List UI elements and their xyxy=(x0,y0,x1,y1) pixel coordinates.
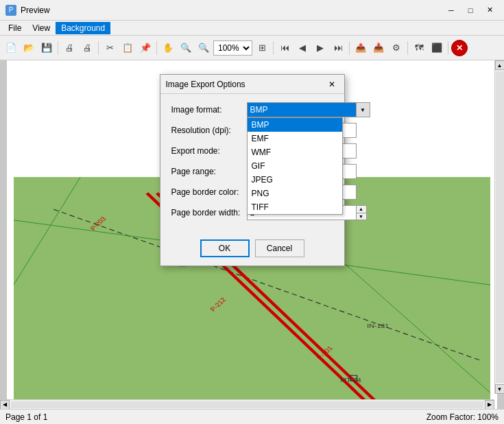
sep4 xyxy=(273,41,274,55)
format-option-png[interactable]: PNG xyxy=(248,187,342,200)
new-button[interactable]: 📄 xyxy=(3,40,19,56)
sep6 xyxy=(407,41,408,55)
cancel-button[interactable]: Cancel xyxy=(255,239,304,257)
title-bar-left: P Preview xyxy=(5,5,50,16)
save-button[interactable]: 💾 xyxy=(38,40,55,56)
map-button[interactable]: 🗺 xyxy=(411,40,427,56)
copy-button[interactable]: 📋 xyxy=(119,40,136,56)
sep2 xyxy=(98,41,99,55)
dialog-body: Image format: ▼ BMP EMF WMF GIF JPEG PNG xyxy=(160,94,344,234)
image-format-input[interactable] xyxy=(247,102,357,117)
image-format-arrow[interactable]: ▼ xyxy=(357,102,370,117)
dialog-footer: OK Cancel xyxy=(160,234,344,266)
paste-button[interactable]: 📌 xyxy=(137,40,154,56)
page-border-color-label: Page border color: xyxy=(171,187,247,197)
sep3 xyxy=(156,41,157,55)
export-mode-label: Export mode: xyxy=(171,146,247,156)
main-area: P-203 P-212 P-201 IN-131 MT-74 IN-134 Sc… xyxy=(0,60,504,409)
spinner-up-button[interactable]: ▲ xyxy=(357,206,366,213)
image-format-row: Image format: ▼ BMP EMF WMF GIF JPEG PNG xyxy=(171,102,333,117)
page-info: Page 1 of 1 xyxy=(5,412,47,422)
dialog-close-button[interactable]: ✕ xyxy=(325,78,339,91)
maximize-button[interactable]: □ xyxy=(461,3,479,17)
format-option-emf[interactable]: EMF xyxy=(248,132,342,145)
resolution-label: Resolution (dpi): xyxy=(171,126,247,135)
print2-button[interactable]: 🖨 xyxy=(79,40,95,56)
toolbar: 📄 📂 💾 🖨 🖨 ✂ 📋 📌 ✋ 🔍 🔍 100% 50% 150% 200%… xyxy=(0,36,504,60)
menu-bar: File View Background xyxy=(0,21,504,36)
sep7 xyxy=(448,41,448,55)
title-bar: P Preview ─ □ ✕ xyxy=(0,0,504,21)
modal-overlay: Image Export Options ✕ Image format: ▼ B… xyxy=(0,60,504,409)
export-button[interactable]: 📤 xyxy=(352,40,369,56)
nav-next[interactable]: ▶ xyxy=(312,40,328,56)
zoom-in-button[interactable]: 🔍 xyxy=(178,40,194,56)
nav-last[interactable]: ⏭ xyxy=(330,40,346,56)
menu-view[interactable]: View xyxy=(27,22,56,34)
open-button[interactable]: 📂 xyxy=(21,40,37,56)
sep5 xyxy=(349,41,350,55)
menu-background[interactable]: Background xyxy=(56,22,110,34)
zoom-select[interactable]: 100% 50% 150% 200% xyxy=(213,40,252,56)
import-button[interactable]: 📥 xyxy=(370,40,387,56)
zoom-out-button[interactable]: 🔍 xyxy=(195,40,212,56)
dialog-title-bar: Image Export Options ✕ xyxy=(160,75,344,94)
pan-button[interactable]: ✋ xyxy=(160,40,176,56)
minimize-button[interactable]: ─ xyxy=(442,3,460,17)
zoom-ext-button[interactable]: ⊞ xyxy=(254,40,270,56)
image-export-dialog: Image Export Options ✕ Image format: ▼ B… xyxy=(160,74,345,266)
spinner-buttons: ▲ ▼ xyxy=(356,205,367,220)
cut-button[interactable]: ✂ xyxy=(101,40,118,56)
page-range-label: Page range: xyxy=(171,167,247,176)
image-format-combo: ▼ BMP EMF WMF GIF JPEG PNG TIFF xyxy=(247,102,370,117)
format-dropdown-list: BMP EMF WMF GIF JPEG PNG TIFF xyxy=(247,117,343,215)
menu-file[interactable]: File xyxy=(3,22,27,34)
format-option-tiff[interactable]: TIFF xyxy=(248,200,342,214)
print-button[interactable]: 🖨 xyxy=(61,40,77,56)
format-option-jpeg[interactable]: JPEG xyxy=(248,173,342,187)
layer-button[interactable]: ⬛ xyxy=(429,40,445,56)
format-option-gif[interactable]: GIF xyxy=(248,159,342,173)
status-bar: Page 1 of 1 Zoom Factor: 100% xyxy=(0,409,504,424)
page-border-width-label: Page border width: xyxy=(171,208,247,217)
nav-prev[interactable]: ◀ xyxy=(294,40,311,56)
spinner-down-button[interactable]: ▼ xyxy=(357,213,366,220)
format-option-bmp[interactable]: BMP xyxy=(248,118,342,132)
dialog-title: Image Export Options xyxy=(166,80,245,89)
image-format-label: Image format: xyxy=(171,105,247,115)
zoom-info: Zoom Factor: 100% xyxy=(427,412,499,422)
close-window-button[interactable]: ✕ xyxy=(481,3,499,17)
title-bar-controls: ─ □ ✕ xyxy=(442,3,499,17)
nav-first[interactable]: ⏮ xyxy=(276,40,293,56)
stop-button[interactable]: ✕ xyxy=(451,40,468,56)
title-bar-title: Preview xyxy=(21,5,50,15)
app-icon: P xyxy=(5,5,16,16)
ok-button[interactable]: OK xyxy=(200,239,250,257)
format-option-wmf[interactable]: WMF xyxy=(248,145,342,159)
settings-button[interactable]: ⚙ xyxy=(388,40,405,56)
sep1 xyxy=(58,41,58,55)
